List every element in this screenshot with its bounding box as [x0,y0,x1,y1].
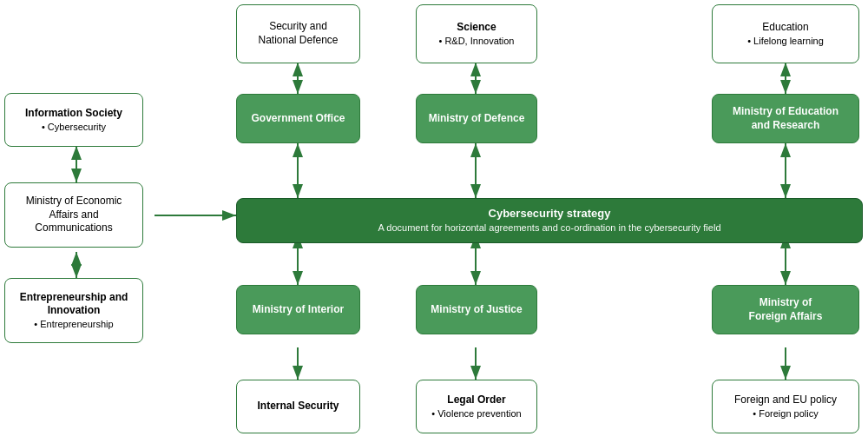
information-society-sub: • Cybersecurity [42,121,106,133]
diagram: Security andNational Defence Science • R… [0,0,868,443]
education-box: Education • Lifelong learning [712,4,859,63]
legal-order-sub: • Violence prevention [431,407,521,420]
legal-order-label: Legal Order [447,393,505,407]
security-national-defence-label: Security andNational Defence [258,20,338,47]
education-sub: • Lifelong learning [747,35,824,47]
ministry-foreign-box: Ministry ofForeign Affairs [712,285,859,334]
security-national-defence-box: Security andNational Defence [236,4,360,63]
information-society-label: Information Society [25,107,122,121]
ministry-justice-box: Ministry of Justice [416,285,537,334]
ministry-defence-label: Ministry of Defence [429,112,525,126]
science-label: Science [457,21,496,35]
ministry-education-box: Ministry of Educationand Research [712,94,859,143]
ministry-economic-label: Ministry of EconomicAffairs andCommunica… [26,195,122,235]
internal-security-box: Internal Security [236,380,360,433]
government-office-box: Government Office [236,94,360,143]
ministry-interior-label: Ministry of Interior [253,303,344,317]
ministry-education-label: Ministry of Educationand Research [733,105,838,132]
cybersecurity-strategy-sub: A document for horizontal agreements and… [378,222,721,234]
foreign-eu-label: Foreign and EU policy [734,393,837,407]
entrepreneurship-label: Entrepreneurship andInnovation [20,291,128,318]
government-office-label: Government Office [251,112,345,126]
science-sub: • R&D, Innovation [438,35,514,47]
entrepreneurship-sub: • Entrepreneurship [34,318,113,330]
information-society-box: Information Society • Cybersecurity [4,93,143,147]
ministry-defence-box: Ministry of Defence [416,94,537,143]
science-box: Science • R&D, Innovation [416,4,537,63]
ministry-justice-label: Ministry of Justice [431,303,522,317]
cybersecurity-strategy-label: Cybersecurity strategy [489,207,611,222]
internal-security-label: Internal Security [257,400,339,413]
legal-order-box: Legal Order • Violence prevention [416,380,537,433]
ministry-foreign-label: Ministry ofForeign Affairs [749,296,823,323]
ministry-interior-box: Ministry of Interior [236,285,360,334]
education-label: Education [762,21,808,35]
foreign-eu-box: Foreign and EU policy • Foreign policy [712,380,859,433]
foreign-eu-sub: • Foreign policy [753,407,818,420]
cybersecurity-strategy-box: Cybersecurity strategy A document for ho… [236,198,863,243]
entrepreneurship-box: Entrepreneurship andInnovation • Entrepr… [4,278,143,343]
ministry-economic-box: Ministry of EconomicAffairs andCommunica… [4,182,143,248]
